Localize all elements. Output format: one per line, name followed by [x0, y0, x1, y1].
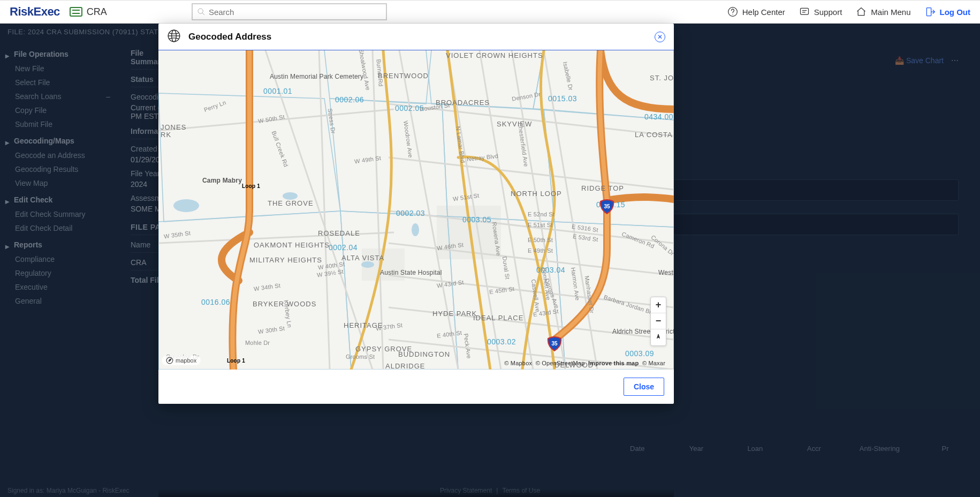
modal-close-x[interactable]: ✕ [655, 32, 665, 42]
improve-map-link[interactable]: Improve this map [588, 360, 639, 366]
global-search[interactable] [192, 3, 387, 20]
poi-label: Aldrich Street District [612, 328, 655, 335]
poi-label: Camp Mabry [202, 177, 242, 184]
logout-link[interactable]: Log Out [925, 6, 970, 17]
top-bar: RiskExec CRA Help Center Support Main Me… [0, 0, 980, 24]
neigh-label: RIDGE TOP [581, 184, 624, 192]
mapbox-icon [166, 357, 173, 364]
neigh-label: ALTA VISTA [341, 254, 384, 262]
svg-point-17 [412, 223, 419, 236]
svg-text:35: 35 [604, 204, 610, 209]
help-center-link[interactable]: Help Center [727, 6, 785, 17]
zoom-in-button[interactable]: + [651, 297, 666, 313]
interstate-shield-icon: 35 [547, 336, 562, 351]
svg-point-2 [728, 7, 737, 17]
svg-rect-4 [800, 8, 808, 14]
poi-label: Austin Memorial Park Cemetery [270, 73, 329, 80]
neigh-label: VIOLET CROWN HEIGHTS [446, 51, 543, 59]
neigh-label: NORTH LOOP [511, 190, 562, 198]
modal-header: Geocoded Address ✕ [158, 24, 674, 50]
neigh-label: RK [161, 131, 171, 139]
reset-bearing-button[interactable] [651, 329, 666, 345]
poi-label: Austin State Hospital [380, 269, 423, 276]
neigh-label: Westm [658, 269, 674, 276]
home-icon [856, 6, 867, 17]
modal-title: Geocoded Address [188, 32, 271, 42]
svg-point-3 [732, 14, 733, 14]
tract-label: 0015.03 [548, 94, 577, 103]
svg-rect-7 [926, 8, 931, 16]
neigh-label: HYDE PARK [432, 310, 477, 318]
support-link[interactable]: Support [799, 6, 842, 17]
neigh-label: BUDDINGTON [398, 350, 450, 358]
neigh-label: MILITARY HEIGHTS [249, 256, 292, 264]
neigh-label: JONES [161, 123, 186, 131]
svg-line-1 [202, 13, 204, 15]
svg-point-14 [173, 199, 199, 212]
logout-icon [925, 6, 936, 17]
neigh-label: GYPSY GROVE [355, 345, 388, 353]
app-context-label: CRA [87, 6, 107, 18]
globe-icon [167, 29, 181, 44]
tract-label: 0003.09 [625, 349, 654, 358]
neigh-label: THE GROVE [268, 199, 314, 207]
map-canvas[interactable]: 0001.01 0002.06 0002.05 0015.03 0434.00 … [158, 50, 674, 370]
compass-icon [655, 334, 662, 341]
svg-point-15 [283, 192, 298, 200]
geocoded-address-modal: Geocoded Address ✕ [158, 24, 674, 404]
main-menu-link[interactable]: Main Menu [856, 6, 910, 17]
tract-label: 0002.06 [335, 95, 364, 104]
search-icon [197, 7, 206, 16]
help-icon [727, 6, 738, 17]
neigh-label: ALDRIDGE [385, 362, 425, 370]
cra-icon [70, 7, 82, 17]
tract-label: 0003.05 [462, 215, 491, 224]
route-shield: Loop 1 [227, 358, 245, 364]
mapbox-logo: mapbox [162, 356, 201, 365]
neigh-label: ST. JO [650, 74, 674, 82]
tract-label: 0001.01 [263, 87, 292, 95]
search-input[interactable] [209, 7, 382, 17]
map-controls: + − [650, 297, 666, 346]
svg-point-16 [361, 261, 374, 268]
tract-label: 0002.04 [329, 243, 358, 252]
neigh-label: LA COSTA [635, 131, 673, 139]
neigh-label: OAKMONT HEIGHTS [254, 241, 297, 249]
neigh-label: SKYVIEW [497, 120, 532, 128]
svg-text:35: 35 [551, 341, 558, 347]
brand-logo: RiskExec [10, 5, 60, 19]
tract-label: 0003.02 [487, 337, 516, 346]
app-context: CRA [70, 6, 107, 18]
svg-point-0 [198, 9, 203, 13]
interstate-shield-icon: 35 [599, 199, 614, 214]
neigh-label: IDEAL PLACE [473, 314, 523, 322]
tract-label: 0016.06 [201, 298, 230, 306]
route-shield: Loop 1 [242, 183, 260, 189]
tract-label: 0002.03 [396, 209, 425, 217]
map-attribution: © Mapbox © OpenStreetMap Improve this ma… [504, 360, 665, 366]
chat-icon [799, 6, 810, 17]
zoom-out-button[interactable]: − [651, 313, 666, 329]
svg-marker-38 [657, 334, 659, 338]
neigh-label: ROSEDALE [318, 229, 360, 237]
modal-footer: Close [158, 370, 674, 404]
close-button[interactable]: Close [624, 378, 664, 396]
neigh-label: BRENTWOOD [378, 72, 429, 80]
tract-label: 0434.00 [644, 112, 673, 121]
